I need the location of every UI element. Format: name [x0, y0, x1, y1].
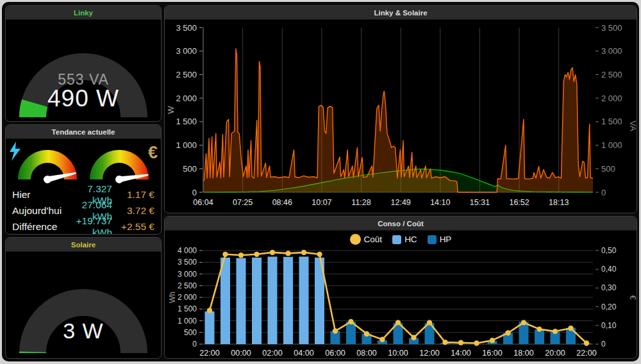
- svg-text:18:00: 18:00: [513, 349, 533, 358]
- svg-text:04:00: 04:00: [294, 349, 313, 358]
- svg-text:12:49: 12:49: [391, 198, 411, 207]
- row-energy-value: +19.737 kWh: [71, 215, 112, 235]
- svg-text:14:10: 14:10: [430, 198, 450, 207]
- svg-text:2 500: 2 500: [176, 70, 197, 79]
- row-label: Hier: [12, 189, 71, 201]
- svg-text:1 000: 1 000: [176, 140, 197, 150]
- svg-text:1 500: 1 500: [176, 117, 197, 126]
- svg-text:500: 500: [184, 328, 197, 337]
- svg-text:16:52: 16:52: [509, 198, 529, 207]
- svg-text:0,30: 0,30: [601, 283, 617, 292]
- svg-text:00:00: 00:00: [231, 349, 251, 358]
- linky-panel-title: Linky: [74, 9, 93, 17]
- svg-text:0,40: 0,40: [601, 265, 617, 274]
- svg-text:500: 500: [601, 164, 615, 174]
- linky-solaire-chart-title: Linky & Solaire: [374, 9, 427, 17]
- legend-item-hc[interactable]: HC: [392, 235, 417, 244]
- svg-text:10:07: 10:07: [312, 198, 331, 207]
- svg-text:1 000: 1 000: [601, 140, 622, 150]
- svg-text:0,10: 0,10: [601, 321, 617, 330]
- svg-text:2 000: 2 000: [176, 94, 197, 103]
- svg-text:2 000: 2 000: [601, 94, 622, 103]
- solaire-panel: Solaire 3 W: [5, 237, 162, 359]
- hp-legend-label: HP: [440, 235, 452, 244]
- chart-legend: Coût HC HP: [165, 232, 637, 247]
- linky-solaire-chart-panel: Linky & Solaire 005005001 0001 0001 5001…: [164, 5, 637, 213]
- svg-text:02:00: 02:00: [262, 349, 282, 358]
- energy-cost-table: Hier 7.327 kWh 1.17 € Aujourd'hui 27.064…: [6, 186, 161, 235]
- svg-text:08:00: 08:00: [356, 349, 376, 358]
- tendance-panel: Tendance actuelle € Hier 7.327 kWh 1.17 …: [5, 124, 162, 235]
- svg-text:500: 500: [183, 164, 197, 174]
- hp-legend-marker: [428, 235, 437, 244]
- row-label: Aujourd'hui: [12, 205, 71, 217]
- svg-text:1 000: 1 000: [178, 317, 197, 326]
- hc-legend-marker: [392, 235, 401, 244]
- svg-text:0: 0: [192, 340, 197, 349]
- svg-text:1 500: 1 500: [178, 304, 197, 313]
- svg-text:3 000: 3 000: [601, 46, 622, 56]
- conso-cout-chart-title: Conso / Coût: [378, 220, 424, 228]
- svg-text:VA: VA: [628, 120, 637, 131]
- tendance-panel-title: Tendance actuelle: [52, 128, 115, 136]
- svg-text:06:00: 06:00: [325, 349, 345, 358]
- conso-cout-chart-header: Conso / Coût: [165, 217, 637, 231]
- svg-text:16:00: 16:00: [482, 349, 502, 358]
- trend-gauges: €: [8, 141, 159, 183]
- svg-text:08:46: 08:46: [272, 198, 292, 207]
- conso-cout-chart: 05001 0001 5002 0002 5003 0003 5004 0000…: [165, 247, 637, 359]
- linky-panel-header: Linky: [6, 6, 161, 20]
- table-row: Différence +19.737 kWh +2.55 €: [6, 219, 161, 235]
- svg-text:W: W: [166, 106, 176, 114]
- legend-item-cout[interactable]: Coût: [350, 234, 383, 245]
- legend-item-hp[interactable]: HP: [428, 235, 452, 244]
- row-cost-value: 3.72 €: [112, 205, 154, 217]
- row-label: Différence: [12, 221, 71, 233]
- svg-text:4 000: 4 000: [178, 247, 197, 255]
- solaire-gauge: [6, 252, 161, 358]
- linky-gauge: [6, 20, 161, 121]
- cout-legend-label: Coût: [364, 235, 383, 244]
- hc-legend-label: HC: [404, 235, 417, 244]
- solaire-panel-header: Solaire: [6, 238, 161, 252]
- linky-panel: Linky 553 VA 490 W: [5, 5, 162, 122]
- solaire-panel-title: Solaire: [71, 241, 96, 249]
- svg-text:10:00: 10:00: [388, 349, 408, 358]
- dashboard: Linky 553 VA 490 W Tendance actuelle € H…: [0, 0, 641, 364]
- row-cost-value: 1.17 €: [112, 189, 154, 201]
- svg-text:3 500: 3 500: [601, 23, 622, 33]
- svg-text:€: €: [628, 295, 637, 300]
- lightning-icon: [10, 142, 21, 161]
- svg-text:12:00: 12:00: [419, 349, 439, 358]
- svg-text:18:13: 18:13: [549, 198, 569, 207]
- svg-text:0,20: 0,20: [601, 302, 617, 311]
- svg-text:3 500: 3 500: [176, 23, 197, 33]
- svg-text:Wh: Wh: [168, 292, 177, 303]
- cout-legend-marker: [350, 234, 361, 245]
- svg-text:3 000: 3 000: [178, 270, 197, 279]
- svg-text:06:04: 06:04: [193, 198, 213, 207]
- svg-text:2 500: 2 500: [178, 281, 197, 290]
- svg-text:0: 0: [601, 340, 606, 349]
- svg-text:3 500: 3 500: [178, 258, 197, 267]
- linky-solaire-chart-header: Linky & Solaire: [165, 6, 637, 20]
- svg-text:0: 0: [192, 188, 197, 197]
- conso-cout-chart-panel: Conso / Coût Coût HC HP 05001 0001 5002 …: [164, 216, 637, 359]
- svg-text:0,50: 0,50: [601, 247, 617, 255]
- svg-text:2 500: 2 500: [601, 70, 622, 79]
- euro-icon: €: [148, 143, 158, 162]
- svg-text:22:00: 22:00: [199, 349, 219, 358]
- svg-text:1 500: 1 500: [601, 117, 622, 126]
- svg-text:22:00: 22:00: [576, 349, 596, 358]
- linky-solaire-chart: 005005001 0001 0001 5001 5002 0002 0002 …: [165, 20, 637, 213]
- svg-text:3 000: 3 000: [176, 46, 197, 56]
- svg-text:14:00: 14:00: [451, 349, 470, 358]
- svg-text:20:00: 20:00: [545, 349, 565, 358]
- row-cost-value: +2.55 €: [112, 221, 154, 233]
- svg-text:11:28: 11:28: [351, 198, 370, 207]
- svg-text:15:31: 15:31: [470, 198, 490, 207]
- svg-text:07:25: 07:25: [233, 198, 253, 207]
- tendance-panel-header: Tendance actuelle: [6, 125, 161, 139]
- svg-text:0: 0: [601, 188, 606, 197]
- svg-text:2 000: 2 000: [178, 293, 197, 302]
